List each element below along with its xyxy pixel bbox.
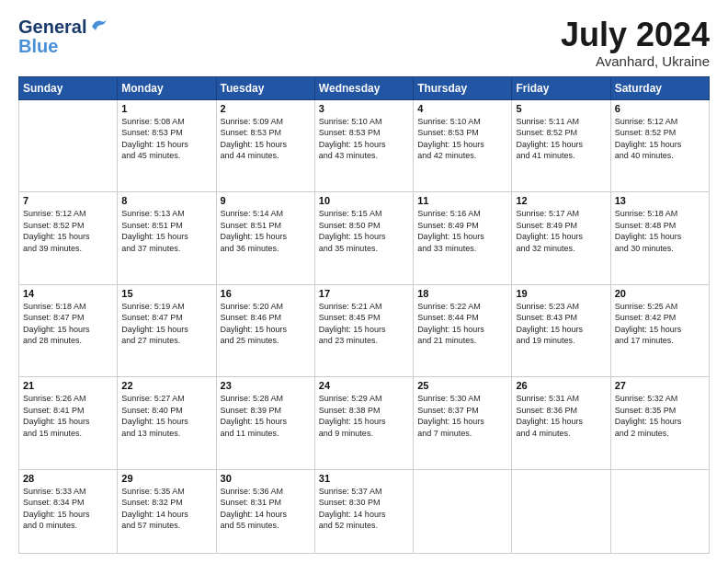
cell-line: Sunrise: 5:13 AM [121,208,211,220]
logo: General Blue [18,17,108,57]
calendar-cell: 26Sunrise: 5:31 AMSunset: 8:36 PMDayligh… [512,377,610,470]
cell-line: Daylight: 15 hours [417,324,507,336]
cell-line: Sunrise: 5:22 AM [417,301,507,313]
logo-general: General [18,17,86,38]
cell-line: Sunset: 8:48 PM [615,220,705,232]
cell-line: Daylight: 14 hours [121,509,211,521]
cell-line: Daylight: 15 hours [121,139,211,151]
day-number: 5 [516,103,606,114]
calendar-cell: 13Sunrise: 5:18 AMSunset: 8:48 PMDayligh… [610,192,709,285]
cell-line: Sunset: 8:53 PM [319,127,409,139]
cell-line: and 25 minutes. [221,335,311,347]
day-number: 18 [417,288,507,299]
cell-line: and 55 minutes. [221,520,311,532]
calendar-cell: 15Sunrise: 5:19 AMSunset: 8:47 PMDayligh… [118,284,216,377]
cell-line: and 40 minutes. [615,150,705,162]
cell-line: and 39 minutes. [23,243,113,255]
cell-line: Sunset: 8:37 PM [417,405,507,417]
cell-line: and 57 minutes. [121,520,211,532]
cell-line: and 27 minutes. [121,335,211,347]
cell-line: Daylight: 15 hours [319,324,409,336]
cell-line: Sunrise: 5:29 AM [319,393,409,405]
cell-line: Sunrise: 5:26 AM [23,393,113,405]
day-number: 14 [23,288,113,299]
cell-line: Daylight: 15 hours [417,416,507,428]
calendar-cell: 3Sunrise: 5:10 AMSunset: 8:53 PMDaylight… [314,99,413,192]
calendar-cell: 10Sunrise: 5:15 AMSunset: 8:50 PMDayligh… [314,192,413,285]
cell-line: Sunrise: 5:36 AM [221,486,311,498]
cell-line: Sunrise: 5:21 AM [319,301,409,313]
cell-line: and 21 minutes. [417,335,507,347]
calendar-cell [610,469,709,553]
day-number: 6 [615,103,705,114]
cell-line: and 28 minutes. [23,335,113,347]
cell-line: Daylight: 15 hours [319,416,409,428]
cell-line: Daylight: 15 hours [615,139,705,151]
day-number: 29 [121,473,211,484]
cell-line: Sunrise: 5:08 AM [121,116,211,128]
weekday-sunday: Sunday [19,76,118,99]
calendar-table: SundayMondayTuesdayWednesdayThursdayFrid… [18,76,710,554]
calendar-cell: 24Sunrise: 5:29 AMSunset: 8:38 PMDayligh… [314,377,413,470]
calendar-cell: 19Sunrise: 5:23 AMSunset: 8:43 PMDayligh… [512,284,610,377]
cell-line: Sunrise: 5:32 AM [615,393,705,405]
week-row-1: 7Sunrise: 5:12 AMSunset: 8:52 PMDaylight… [19,192,710,285]
day-number: 22 [121,380,211,391]
cell-line: Sunset: 8:30 PM [319,497,409,509]
cell-line: Sunrise: 5:10 AM [319,116,409,128]
cell-line: Sunrise: 5:20 AM [221,301,311,313]
day-number: 19 [516,288,606,299]
day-number: 1 [121,103,211,114]
cell-line: Daylight: 15 hours [121,231,211,243]
location: Avanhard, Ukraine [561,53,710,69]
cell-line: Sunset: 8:40 PM [121,405,211,417]
cell-line: Sunset: 8:47 PM [23,312,113,324]
weekday-friday: Friday [512,76,610,99]
cell-line: Daylight: 15 hours [615,231,705,243]
day-number: 25 [417,380,507,391]
calendar-cell: 16Sunrise: 5:20 AMSunset: 8:46 PMDayligh… [216,284,314,377]
cell-line: Daylight: 15 hours [319,139,409,151]
cell-line: and 15 minutes. [23,428,113,440]
day-number: 28 [23,473,113,484]
calendar-cell: 30Sunrise: 5:36 AMSunset: 8:31 PMDayligh… [216,469,314,553]
calendar-cell [19,99,118,192]
calendar-cell: 31Sunrise: 5:37 AMSunset: 8:30 PMDayligh… [314,469,413,553]
cell-line: Sunset: 8:49 PM [417,220,507,232]
cell-line: Sunrise: 5:31 AM [516,393,606,405]
cell-line: and 44 minutes. [221,150,311,162]
cell-line: Daylight: 15 hours [615,416,705,428]
cell-line: Daylight: 15 hours [221,231,311,243]
day-number: 20 [615,288,705,299]
cell-line: Sunset: 8:49 PM [516,220,606,232]
day-number: 21 [23,380,113,391]
cell-line: Daylight: 15 hours [319,231,409,243]
calendar-cell: 4Sunrise: 5:10 AMSunset: 8:53 PMDaylight… [414,99,512,192]
calendar-cell: 11Sunrise: 5:16 AMSunset: 8:49 PMDayligh… [414,192,512,285]
cell-line: Sunrise: 5:27 AM [121,393,211,405]
cell-line: Sunrise: 5:19 AM [121,301,211,313]
logo-bird-icon [88,17,108,34]
day-number: 17 [319,288,409,299]
day-number: 31 [319,473,409,484]
cell-line: Daylight: 15 hours [221,416,311,428]
cell-line: Sunrise: 5:15 AM [319,208,409,220]
cell-line: Sunset: 8:39 PM [221,405,311,417]
calendar-cell: 8Sunrise: 5:13 AMSunset: 8:51 PMDaylight… [118,192,216,285]
cell-line: Sunrise: 5:18 AM [23,301,113,313]
day-number: 11 [417,195,507,206]
calendar-cell [414,469,512,553]
calendar-cell: 2Sunrise: 5:09 AMSunset: 8:53 PMDaylight… [216,99,314,192]
cell-line: Daylight: 14 hours [221,509,311,521]
cell-line: and 2 minutes. [615,428,705,440]
cell-line: Daylight: 15 hours [23,509,113,521]
calendar-cell: 1Sunrise: 5:08 AMSunset: 8:53 PMDaylight… [118,99,216,192]
calendar-cell: 18Sunrise: 5:22 AMSunset: 8:44 PMDayligh… [414,284,512,377]
day-number: 15 [121,288,211,299]
cell-line: Daylight: 15 hours [615,324,705,336]
weekday-thursday: Thursday [414,76,512,99]
day-number: 7 [23,195,113,206]
cell-line: Sunrise: 5:10 AM [417,116,507,128]
calendar-body: 1Sunrise: 5:08 AMSunset: 8:53 PMDaylight… [19,99,710,553]
day-number: 13 [615,195,705,206]
